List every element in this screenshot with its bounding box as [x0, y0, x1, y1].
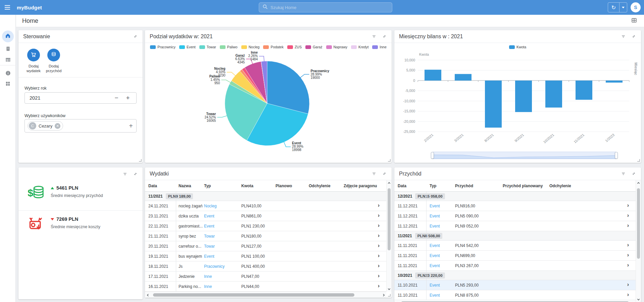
table-row[interactable]: 24.11.2021nocleg żagańNoclegPLN410,00› [145, 201, 386, 211]
scroll-right-icon[interactable] [381, 292, 386, 298]
table-row[interactable]: 20.11.2021carrefour o...TowarPLN127,00› [145, 241, 386, 251]
scroll-up-icon[interactable] [636, 180, 641, 186]
range-navigator[interactable] [432, 152, 617, 159]
type-cell[interactable]: Nocleg [204, 204, 216, 208]
column-header[interactable]: Kwota [241, 184, 253, 188]
scroll-down-icon[interactable] [636, 297, 641, 302]
column-header[interactable]: Przychód [455, 184, 473, 188]
column-header[interactable]: Odchylenie [549, 184, 571, 188]
type-cell[interactable]: Inne [204, 284, 212, 289]
table-row[interactable]: 11.12.2021EventPLN916,00› [394, 201, 636, 211]
filter-icon[interactable] [371, 171, 377, 176]
group-row[interactable]: 10/2021PLN23 220,00 [394, 271, 636, 280]
type-cell[interactable]: Event [204, 214, 214, 218]
expand-icon[interactable] [631, 34, 636, 39]
resize-grip[interactable] [637, 159, 640, 162]
table-row[interactable]: 22.11.2021gastromiast...EventPLN1 230,00… [145, 221, 386, 231]
sidebar-item-receipts[interactable] [2, 44, 14, 55]
bar-3/2021[interactable] [455, 74, 472, 81]
table-row[interactable]: 23.11.2021dzika ucztaEventPLN861,00› [145, 211, 386, 221]
type-cell[interactable]: Towar [204, 234, 215, 239]
table-row[interactable]: 21.11.2021syrop bezTowarPLN180,00› [145, 231, 386, 241]
legend-item[interactable]: Event [179, 45, 196, 49]
row-chevron-icon[interactable]: › [627, 202, 629, 208]
table-row[interactable]: 11.12.2021EventPLN5 090,00› [394, 211, 636, 221]
column-header[interactable]: Typ [430, 184, 436, 188]
vertical-scrollbar[interactable] [386, 180, 392, 292]
expand-icon[interactable] [631, 171, 636, 176]
expand-icon[interactable] [133, 171, 138, 177]
year-stepper[interactable]: 2021 − + [24, 92, 137, 104]
legend-item[interactable]: Kredyt [351, 45, 368, 49]
scrollbar-thumb[interactable] [388, 188, 391, 250]
row-chevron-icon[interactable]: › [378, 283, 380, 289]
type-cell[interactable]: Event [430, 293, 440, 298]
scroll-down-icon[interactable] [387, 286, 392, 292]
type-cell[interactable]: Event [430, 283, 440, 288]
row-chevron-icon[interactable]: › [378, 263, 380, 269]
group-row[interactable]: 12/2021PLN15 058,00 [394, 192, 636, 201]
row-chevron-icon[interactable]: › [627, 292, 629, 298]
year-minus-button[interactable]: − [111, 93, 121, 103]
bar-8/2021[interactable] [485, 81, 502, 128]
resize-grip[interactable] [388, 294, 391, 297]
type-cell[interactable]: Event [430, 214, 440, 218]
type-cell[interactable]: Towar [204, 244, 215, 249]
table-row[interactable]: 11.10.2021EventPLN8 875,00› [394, 290, 636, 300]
legend-item[interactable]: Inne [372, 45, 386, 49]
row-chevron-icon[interactable]: › [627, 252, 629, 258]
chip-remove-button[interactable]: ✕ [55, 123, 60, 129]
type-cell[interactable]: Event [204, 224, 214, 229]
type-cell[interactable]: Pracownicy [204, 264, 225, 269]
column-header[interactable]: Data [398, 184, 406, 188]
legend-item[interactable]: Towar [199, 45, 216, 49]
expand-icon[interactable] [382, 34, 387, 39]
resize-grip[interactable] [139, 159, 142, 162]
filter-icon[interactable] [621, 171, 626, 176]
sidebar-item-home[interactable] [2, 31, 14, 42]
column-header[interactable]: Data [148, 184, 157, 188]
add-income-button[interactable] [47, 49, 60, 61]
column-header[interactable]: Zdjęcie paragonu [344, 184, 377, 188]
expand-icon[interactable] [382, 171, 387, 176]
horizontal-scrollbar[interactable] [145, 292, 386, 298]
row-chevron-icon[interactable]: › [378, 233, 380, 239]
legend-item[interactable]: Nocleg [241, 45, 260, 49]
add-user-button[interactable]: + [129, 122, 133, 130]
row-chevron-icon[interactable]: › [378, 222, 380, 229]
type-cell[interactable]: Event [204, 254, 214, 259]
bar-9/2021[interactable] [515, 81, 532, 112]
column-header[interactable]: Odchylenie [309, 184, 331, 188]
column-header[interactable]: Typ [204, 184, 211, 188]
bar-2/2021[interactable] [425, 70, 441, 81]
row-chevron-icon[interactable]: › [627, 282, 629, 288]
bar-1/2023[interactable] [606, 81, 623, 83]
legend-item[interactable]: Naprawy [326, 45, 347, 49]
row-chevron-icon[interactable]: › [627, 262, 629, 268]
navigator-left-handle[interactable] [431, 152, 434, 159]
legend-item[interactable]: Garaż [305, 45, 323, 49]
scroll-up-icon[interactable] [387, 180, 392, 186]
group-row[interactable]: 11/2021PLN9 189,00 [145, 192, 386, 201]
sidebar-item-apps[interactable] [2, 79, 14, 90]
sidebar-item-info[interactable] [2, 68, 14, 80]
table-row[interactable]: 11.11.2021EventPLN3 267,00› [394, 261, 636, 271]
row-chevron-icon[interactable]: › [378, 243, 380, 249]
table-row[interactable]: 18.11.2021JsPracownicyPLN1 400,00› [145, 261, 386, 271]
table-row[interactable]: 19.11.2021bus wynajemEventPLN1 100,00› [145, 251, 386, 261]
row-chevron-icon[interactable]: › [378, 273, 380, 279]
scrollbar-thumb[interactable] [637, 188, 640, 259]
sync-button[interactable]: ↻ [608, 3, 620, 12]
scroll-right-icon[interactable] [630, 300, 636, 302]
type-cell[interactable]: Inne [204, 274, 212, 279]
search-input[interactable] [270, 5, 381, 10]
legend-item[interactable]: Pracownicy [150, 45, 176, 49]
layout-grid-button[interactable] [631, 17, 637, 25]
type-cell[interactable]: Event [430, 253, 440, 258]
year-plus-button[interactable]: + [123, 93, 133, 103]
table-row[interactable]: 11.11.2021EventPLN4 542,00› [394, 241, 636, 251]
user-chip[interactable]: C Cezary ✕ [28, 121, 63, 131]
filter-icon[interactable] [621, 34, 626, 39]
table-row[interactable]: 17.11.2021JedzenieInnePLN47,00› [145, 271, 386, 282]
row-chevron-icon[interactable]: › [378, 202, 380, 208]
